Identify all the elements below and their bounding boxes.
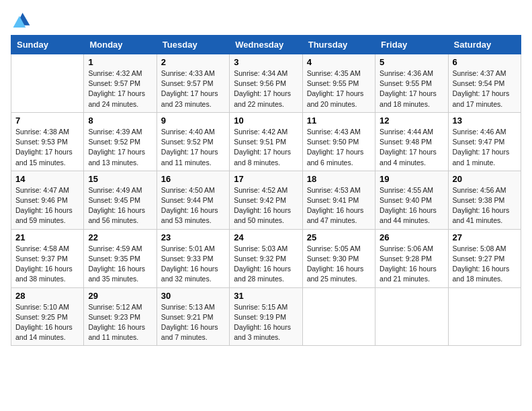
weekday-header-monday: Monday <box>84 36 157 54</box>
day-number: 6 <box>453 57 517 67</box>
day-cell: 23Sunrise: 5:01 AM Sunset: 9:33 PM Dayli… <box>157 229 229 287</box>
page-header <box>11 11 521 30</box>
day-cell: 20Sunrise: 4:56 AM Sunset: 9:38 PM Dayli… <box>448 171 521 229</box>
day-cell: 24Sunrise: 5:03 AM Sunset: 9:32 PM Dayli… <box>230 229 302 287</box>
calendar-table: SundayMondayTuesdayWednesdayThursdayFrid… <box>11 35 521 346</box>
day-cell: 5Sunrise: 4:36 AM Sunset: 9:55 PM Daylig… <box>375 54 448 113</box>
day-cell: 14Sunrise: 4:47 AM Sunset: 9:46 PM Dayli… <box>11 171 84 229</box>
day-info: Sunrise: 4:52 AM Sunset: 9:42 PM Dayligh… <box>234 185 298 226</box>
day-cell <box>11 54 84 113</box>
day-info: Sunrise: 4:59 AM Sunset: 9:35 PM Dayligh… <box>88 244 152 285</box>
day-info: Sunrise: 4:47 AM Sunset: 9:46 PM Dayligh… <box>15 185 79 226</box>
day-info: Sunrise: 5:15 AM Sunset: 9:19 PM Dayligh… <box>234 302 298 343</box>
day-info: Sunrise: 4:32 AM Sunset: 9:57 PM Dayligh… <box>88 68 152 109</box>
day-number: 1 <box>88 57 152 67</box>
day-cell <box>302 287 375 346</box>
day-info: Sunrise: 5:12 AM Sunset: 9:23 PM Dayligh… <box>88 302 152 343</box>
day-info: Sunrise: 5:08 AM Sunset: 9:27 PM Dayligh… <box>453 244 517 285</box>
day-number: 12 <box>380 116 443 126</box>
day-cell <box>375 287 448 346</box>
day-cell: 28Sunrise: 5:10 AM Sunset: 9:25 PM Dayli… <box>11 287 84 346</box>
day-cell: 4Sunrise: 4:35 AM Sunset: 9:55 PM Daylig… <box>302 54 375 113</box>
day-number: 29 <box>88 291 152 301</box>
day-info: Sunrise: 5:05 AM Sunset: 9:30 PM Dayligh… <box>307 244 371 285</box>
weekday-header-sunday: Sunday <box>11 36 84 54</box>
day-number: 14 <box>15 174 79 184</box>
day-info: Sunrise: 4:58 AM Sunset: 9:37 PM Dayligh… <box>15 244 79 285</box>
day-cell: 11Sunrise: 4:43 AM Sunset: 9:50 PM Dayli… <box>302 112 375 171</box>
day-cell: 3Sunrise: 4:34 AM Sunset: 9:56 PM Daylig… <box>230 54 302 113</box>
day-number: 7 <box>15 116 79 126</box>
day-cell <box>448 287 521 346</box>
day-number: 11 <box>307 116 371 126</box>
day-info: Sunrise: 4:42 AM Sunset: 9:51 PM Dayligh… <box>234 127 298 168</box>
day-number: 26 <box>380 232 443 242</box>
week-row-3: 14Sunrise: 4:47 AM Sunset: 9:46 PM Dayli… <box>11 171 521 229</box>
day-number: 18 <box>307 174 371 184</box>
day-cell: 13Sunrise: 4:46 AM Sunset: 9:47 PM Dayli… <box>448 112 521 171</box>
day-cell: 22Sunrise: 4:59 AM Sunset: 9:35 PM Dayli… <box>84 229 157 287</box>
day-cell: 25Sunrise: 5:05 AM Sunset: 9:30 PM Dayli… <box>302 229 375 287</box>
day-number: 31 <box>234 291 298 301</box>
day-cell: 8Sunrise: 4:39 AM Sunset: 9:52 PM Daylig… <box>84 112 157 171</box>
day-number: 5 <box>380 57 443 67</box>
day-number: 24 <box>234 232 298 242</box>
day-number: 27 <box>453 232 517 242</box>
day-number: 28 <box>15 291 79 301</box>
day-info: Sunrise: 5:06 AM Sunset: 9:28 PM Dayligh… <box>380 244 443 285</box>
day-cell: 9Sunrise: 4:40 AM Sunset: 9:52 PM Daylig… <box>157 112 229 171</box>
day-cell: 29Sunrise: 5:12 AM Sunset: 9:23 PM Dayli… <box>84 287 157 346</box>
day-info: Sunrise: 4:36 AM Sunset: 9:55 PM Dayligh… <box>380 68 443 109</box>
day-info: Sunrise: 4:39 AM Sunset: 9:52 PM Dayligh… <box>88 127 152 168</box>
day-number: 4 <box>307 57 371 67</box>
day-info: Sunrise: 4:34 AM Sunset: 9:56 PM Dayligh… <box>234 68 298 109</box>
day-info: Sunrise: 4:38 AM Sunset: 9:53 PM Dayligh… <box>15 127 79 168</box>
week-row-5: 28Sunrise: 5:10 AM Sunset: 9:25 PM Dayli… <box>11 287 521 346</box>
day-number: 9 <box>161 116 225 126</box>
day-info: Sunrise: 4:35 AM Sunset: 9:55 PM Dayligh… <box>307 68 371 109</box>
day-number: 22 <box>88 232 152 242</box>
day-cell: 15Sunrise: 4:49 AM Sunset: 9:45 PM Dayli… <box>84 171 157 229</box>
day-number: 8 <box>88 116 152 126</box>
weekday-header-friday: Friday <box>375 36 448 54</box>
day-info: Sunrise: 4:50 AM Sunset: 9:44 PM Dayligh… <box>161 185 225 226</box>
day-number: 13 <box>453 116 517 126</box>
day-info: Sunrise: 5:03 AM Sunset: 9:32 PM Dayligh… <box>234 244 298 285</box>
day-cell: 7Sunrise: 4:38 AM Sunset: 9:53 PM Daylig… <box>11 112 84 171</box>
day-cell: 12Sunrise: 4:44 AM Sunset: 9:48 PM Dayli… <box>375 112 448 171</box>
day-number: 2 <box>161 57 225 67</box>
day-info: Sunrise: 4:53 AM Sunset: 9:41 PM Dayligh… <box>307 185 371 226</box>
day-info: Sunrise: 5:13 AM Sunset: 9:21 PM Dayligh… <box>161 302 225 343</box>
week-row-4: 21Sunrise: 4:58 AM Sunset: 9:37 PM Dayli… <box>11 229 521 287</box>
day-cell: 17Sunrise: 4:52 AM Sunset: 9:42 PM Dayli… <box>230 171 302 229</box>
day-info: Sunrise: 4:40 AM Sunset: 9:52 PM Dayligh… <box>161 127 225 168</box>
weekday-header-saturday: Saturday <box>448 36 521 54</box>
day-info: Sunrise: 4:49 AM Sunset: 9:45 PM Dayligh… <box>88 185 152 226</box>
weekday-header-thursday: Thursday <box>302 36 375 54</box>
week-row-1: 1Sunrise: 4:32 AM Sunset: 9:57 PM Daylig… <box>11 54 521 113</box>
day-info: Sunrise: 4:46 AM Sunset: 9:47 PM Dayligh… <box>453 127 517 168</box>
day-info: Sunrise: 4:56 AM Sunset: 9:38 PM Dayligh… <box>453 185 517 226</box>
day-cell: 16Sunrise: 4:50 AM Sunset: 9:44 PM Dayli… <box>157 171 229 229</box>
weekday-header-wednesday: Wednesday <box>230 36 302 54</box>
day-cell: 10Sunrise: 4:42 AM Sunset: 9:51 PM Dayli… <box>230 112 302 171</box>
day-info: Sunrise: 4:44 AM Sunset: 9:48 PM Dayligh… <box>380 127 443 168</box>
day-info: Sunrise: 4:33 AM Sunset: 9:57 PM Dayligh… <box>161 68 225 109</box>
day-info: Sunrise: 5:01 AM Sunset: 9:33 PM Dayligh… <box>161 244 225 285</box>
day-info: Sunrise: 4:37 AM Sunset: 9:54 PM Dayligh… <box>453 68 517 109</box>
logo <box>11 11 35 30</box>
day-number: 20 <box>453 174 517 184</box>
day-cell: 27Sunrise: 5:08 AM Sunset: 9:27 PM Dayli… <box>448 229 521 287</box>
day-number: 25 <box>307 232 371 242</box>
day-number: 21 <box>15 232 79 242</box>
day-number: 19 <box>380 174 443 184</box>
day-info: Sunrise: 4:43 AM Sunset: 9:50 PM Dayligh… <box>307 127 371 168</box>
day-number: 3 <box>234 57 298 67</box>
day-number: 10 <box>234 116 298 126</box>
day-cell: 31Sunrise: 5:15 AM Sunset: 9:19 PM Dayli… <box>230 287 302 346</box>
day-number: 16 <box>161 174 225 184</box>
logo-icon <box>11 11 32 30</box>
day-info: Sunrise: 4:55 AM Sunset: 9:40 PM Dayligh… <box>380 185 443 226</box>
day-number: 23 <box>161 232 225 242</box>
week-row-2: 7Sunrise: 4:38 AM Sunset: 9:53 PM Daylig… <box>11 112 521 171</box>
